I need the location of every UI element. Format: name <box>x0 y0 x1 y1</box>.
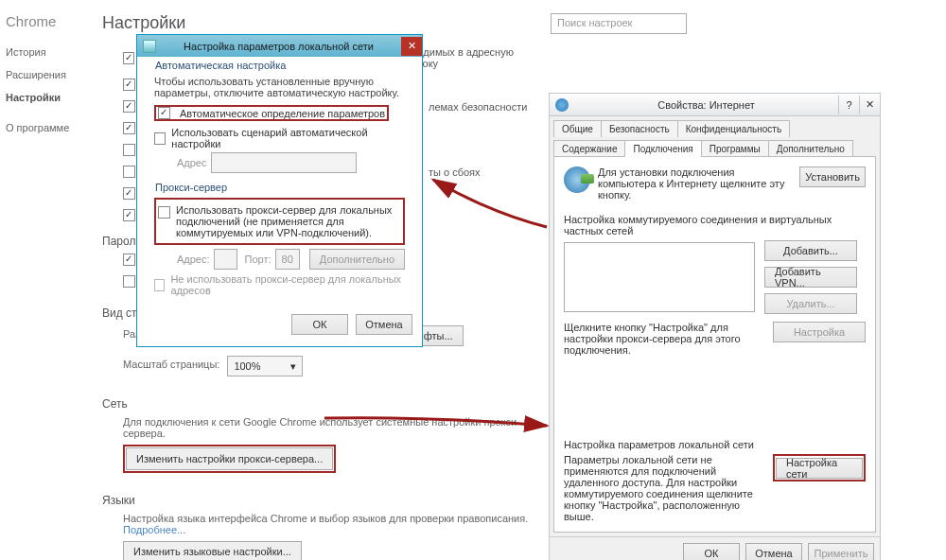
proxy-port-input[interactable]: 80 <box>275 249 300 270</box>
auto-desc: Чтобы использовать установленные вручную… <box>154 76 405 98</box>
lan-settings-button[interactable]: Настройка сети <box>776 458 863 479</box>
auto-config-fieldset: Чтобы использовать установленные вручную… <box>147 66 412 181</box>
internet-properties-dialog: Свойства: Интернет ? ✕ Общие Безопасност… <box>549 93 881 560</box>
inet-bottom-buttons: ОК Отмена Применить <box>550 536 880 560</box>
inet-title: Свойства: Интернет <box>574 99 838 111</box>
lan-section-label: Настройка параметров локальной сети <box>564 439 866 450</box>
network-desc: Для подключения к сети Google Chrome исп… <box>123 416 537 439</box>
sidebar-item-extensions[interactable]: Расширения <box>6 69 91 80</box>
lan-desc-text: Параметры локальной сети не применяются … <box>564 454 763 522</box>
proxy-address-input[interactable] <box>214 249 237 270</box>
script-address-label: Адрес <box>177 157 207 168</box>
inet-cancel-button[interactable]: Отмена <box>745 543 802 560</box>
proxy-address-label: Адрес: <box>177 254 210 265</box>
page-title: Настройки <box>102 13 537 33</box>
checkbox[interactable] <box>123 144 135 156</box>
checkbox[interactable] <box>123 187 135 200</box>
zoom-select[interactable]: 100%▾ <box>227 356 303 376</box>
setup-button[interactable]: Установить <box>799 166 866 187</box>
proxy-hint-text: Щелкните кнопку "Настройка" для настройк… <box>564 322 763 356</box>
globe-icon <box>555 98 569 112</box>
zoom-label: Масштаб страницы: <box>123 359 219 370</box>
lan-titlebar: Настройка параметров локальной сети ✕ <box>137 35 422 57</box>
proxy-port-label: Порт: <box>245 254 272 265</box>
connection-settings-button[interactable]: Настройка <box>773 322 866 342</box>
tab-content[interactable]: Содержание <box>553 140 625 157</box>
checkbox[interactable] <box>123 122 135 134</box>
checkbox-use-proxy[interactable] <box>158 206 170 219</box>
inet-tabs-row2: Содержание Подключения Программы Дополни… <box>550 136 880 156</box>
inet-tabs-row1: Общие Безопасность Конфиденциальность <box>550 116 880 136</box>
checkbox[interactable] <box>123 166 135 178</box>
inet-apply-button[interactable]: Применить <box>808 543 874 560</box>
proxy-advanced-button[interactable]: Дополнительно <box>309 249 405 270</box>
help-icon[interactable]: ? <box>838 96 859 114</box>
delete-connection-button[interactable]: Удалить... <box>764 293 857 314</box>
tab-advanced[interactable]: Дополнительно <box>768 140 853 157</box>
sidebar-item-about[interactable]: О программе <box>6 122 91 133</box>
checkbox[interactable] <box>123 275 135 288</box>
connection-wizard-icon <box>564 166 590 193</box>
inet-content: Для установки подключения компьютера к И… <box>553 156 876 533</box>
language-settings-button[interactable]: Изменить языковые настройки... <box>123 541 302 560</box>
close-icon[interactable]: ✕ <box>859 96 880 114</box>
inet-ok-button[interactable]: ОК <box>683 543 740 560</box>
checkbox[interactable] <box>123 100 135 113</box>
lan-ok-button[interactable]: ОК <box>291 314 348 335</box>
tab-connections[interactable]: Подключения <box>624 140 701 157</box>
lang-more-link[interactable]: Подробнее... <box>123 524 185 535</box>
sidebar-item-settings[interactable]: Настройки <box>6 92 91 103</box>
lan-icon <box>143 40 156 53</box>
inet-titlebar: Свойства: Интернет ? ✕ <box>550 94 880 116</box>
lan-title: Настройка параметров локальной сети <box>156 41 401 52</box>
tab-programs[interactable]: Программы <box>701 140 769 157</box>
checkbox[interactable] <box>123 209 135 221</box>
checkbox-use-script[interactable] <box>154 132 166 145</box>
checkbox-auto-detect[interactable] <box>158 107 170 119</box>
settings-search-input[interactable]: Поиск настроек <box>551 13 687 34</box>
checkbox[interactable] <box>123 52 134 64</box>
section-languages: Языки <box>102 494 537 507</box>
lan-cancel-button[interactable]: Отмена <box>356 314 412 335</box>
connections-listbox[interactable] <box>564 242 755 312</box>
lan-settings-dialog: Настройка параметров локальной сети ✕ Чт… <box>136 34 423 347</box>
checkbox[interactable] <box>123 254 135 266</box>
add-vpn-button[interactable]: Добавить VPN... <box>764 267 857 288</box>
section-network: Сеть <box>102 397 537 411</box>
proxy-fieldset: Использовать прокси-сервер для локальных… <box>147 188 412 306</box>
proxy-settings-button[interactable]: Изменить настройки прокси-сервера... <box>126 447 333 470</box>
tab-general[interactable]: Общие <box>553 120 602 137</box>
script-address-input[interactable] <box>211 152 357 173</box>
tab-security[interactable]: Безопасность <box>601 120 678 137</box>
add-connection-button[interactable]: Добавить... <box>764 240 857 261</box>
checkbox[interactable] <box>123 79 135 91</box>
sidebar-item-history[interactable]: История <box>6 46 91 58</box>
tab-privacy[interactable]: Конфиденциальность <box>677 120 790 137</box>
dial-section-label: Настройка коммутируемого соединения и ви… <box>564 214 866 236</box>
chrome-brand: Chrome <box>6 13 91 29</box>
checkbox-bypass-local[interactable] <box>154 279 165 291</box>
chrome-sidebar: Chrome История Расширения Настройки О пр… <box>6 13 91 145</box>
close-icon[interactable]: ✕ <box>401 37 422 56</box>
setup-text: Для установки подключения компьютера к И… <box>598 166 792 201</box>
